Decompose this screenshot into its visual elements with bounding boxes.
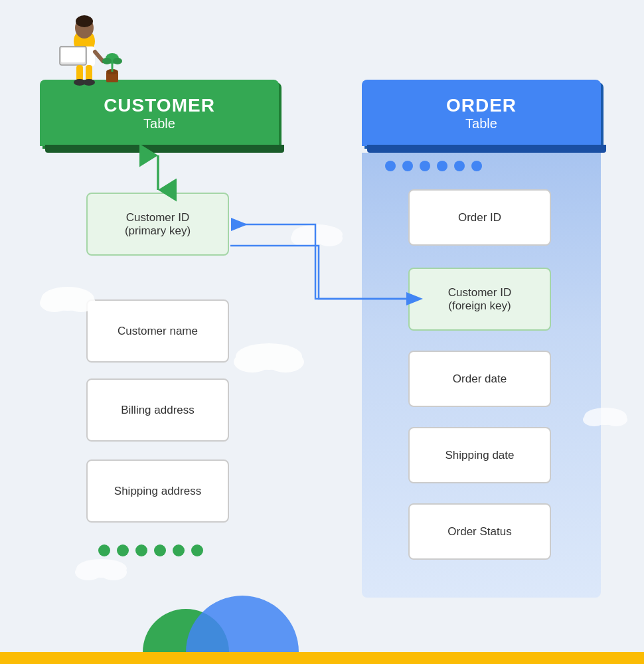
customer-name-field: Customer name	[86, 299, 229, 363]
order-table-shadow	[367, 145, 606, 153]
customer-table-dots	[98, 544, 203, 556]
order-table-dots	[385, 161, 482, 171]
customer-id-field: Customer ID (primary key)	[86, 193, 229, 256]
order-table-title: ORDER	[446, 95, 517, 116]
customer-table-subtitle: Table	[143, 116, 175, 131]
customer-table-shadow	[45, 145, 284, 153]
customer-dot-1	[98, 544, 110, 556]
order-dot-2	[402, 161, 413, 171]
customer-table-title: CUSTOMER	[104, 95, 215, 116]
order-dot-4	[437, 161, 447, 171]
order-dot-1	[385, 161, 396, 171]
customer-dot-2	[117, 544, 129, 556]
customer-table-header: CUSTOMER Table	[40, 80, 279, 146]
customer-dot-5	[173, 544, 185, 556]
order-customer-id-field: Customer ID (foreign key)	[408, 268, 551, 331]
order-status-field: Order Status	[408, 503, 551, 560]
order-id-field: Order ID	[408, 189, 551, 246]
customer-dot-4	[154, 544, 166, 556]
customer-dot-6	[191, 544, 203, 556]
order-dot-6	[471, 161, 482, 171]
billing-address-field: Billing address	[86, 378, 229, 442]
bottom-bar	[0, 652, 644, 664]
order-dot-5	[454, 161, 465, 171]
shipping-address-field: Shipping address	[86, 459, 229, 523]
order-table-header: ORDER Table ⚙	[362, 80, 601, 146]
order-table-subtitle: Table	[465, 116, 497, 131]
order-dot-3	[420, 161, 430, 171]
customer-dot-3	[135, 544, 147, 556]
shipping-date-field: Shipping date	[408, 427, 551, 483]
order-date-field: Order date	[408, 351, 551, 407]
